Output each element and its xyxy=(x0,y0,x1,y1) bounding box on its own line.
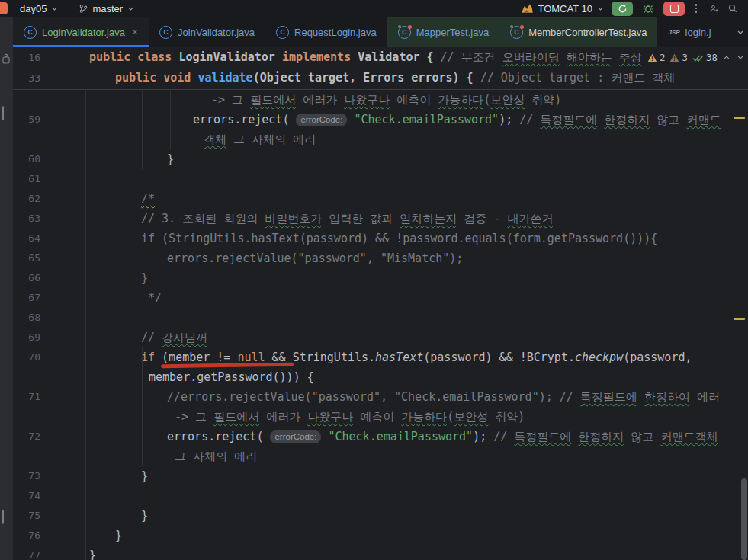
show-hidden-tabs-button[interactable] xyxy=(731,24,748,40)
line-number[interactable]: 70 xyxy=(13,347,40,367)
code-line[interactable]: 59errors.reject( errorCode: "Check.email… xyxy=(13,110,748,130)
code-line[interactable]: 60} xyxy=(13,149,748,169)
code-text: // 강사님꺼 xyxy=(40,328,748,347)
rerun-icon xyxy=(618,4,628,14)
code-line[interactable]: 62/* xyxy=(13,189,748,209)
line-number[interactable]: 61 xyxy=(13,169,40,189)
code-text: public class LoginValidator implements V… xyxy=(40,47,748,68)
branch-widget[interactable]: master xyxy=(74,2,140,16)
code-line-wrap[interactable]: -> 그 필드에서 에러가 나왔구나 예측이 가능하다(보안성 취약) xyxy=(13,407,748,427)
code-line[interactable]: 33public void validate(Object target, Er… xyxy=(13,68,748,88)
line-number[interactable]: 63 xyxy=(13,209,40,229)
chevron-down-icon xyxy=(50,5,59,13)
line-number[interactable]: 64 xyxy=(13,229,40,248)
tab-MemberControllerTest.java[interactable]: CMemberControllerTest.java xyxy=(499,17,657,47)
editor-tabs: CLoginValidator.java×CJoinValidator.java… xyxy=(13,17,748,47)
code-line[interactable]: 67 */ xyxy=(13,288,748,308)
line-number[interactable] xyxy=(13,407,40,427)
line-number[interactable] xyxy=(13,446,40,466)
tab-LoginValidator.java[interactable]: CLoginValidator.java× xyxy=(13,17,149,47)
line-number[interactable]: 59 xyxy=(13,110,40,130)
code-line[interactable]: 69// 강사님꺼 xyxy=(13,328,748,347)
code-line[interactable]: 72errors.reject( errorCode: "Check.email… xyxy=(13,427,748,446)
line-number[interactable]: 72 xyxy=(13,427,40,446)
code-line[interactable]: 16public class LoginValidator implements… xyxy=(13,47,748,68)
next-problem-button[interactable] xyxy=(736,53,745,62)
line-number[interactable]: 76 xyxy=(13,526,40,546)
line-number[interactable]: 71 xyxy=(13,387,40,407)
editor[interactable]: 16public class LoginValidator implements… xyxy=(13,47,748,560)
line-number[interactable]: 67 xyxy=(13,288,40,308)
code-line[interactable]: 64if (StringUtils.hasText(password) && !… xyxy=(13,229,748,248)
line-number[interactable]: 66 xyxy=(13,268,40,288)
scrollbar-warning-mark[interactable] xyxy=(734,318,745,320)
line-number[interactable] xyxy=(13,130,40,149)
test-class-icon: C xyxy=(510,26,523,39)
code-line[interactable]: 68 xyxy=(13,308,748,328)
code-line[interactable]: 76} xyxy=(13,526,748,546)
tab-MapperTest.java[interactable]: CMapperTest.java xyxy=(387,17,499,47)
code-text: if (StringUtils.hasText(password) && !pa… xyxy=(40,229,748,248)
code-text xyxy=(40,308,748,328)
line-number[interactable]: 65 xyxy=(13,248,40,268)
line-number[interactable]: 33 xyxy=(13,68,40,88)
project-widget[interactable]: day05 xyxy=(15,2,63,16)
indent-guide xyxy=(142,347,143,466)
passed-group[interactable]: 38 xyxy=(692,52,718,63)
code-with-me-button[interactable] xyxy=(705,1,724,16)
line-number[interactable] xyxy=(13,90,40,110)
scrollbar-thumb[interactable] xyxy=(741,478,747,560)
more-actions-button[interactable] xyxy=(687,1,705,16)
line-number[interactable]: 68 xyxy=(13,308,40,328)
code-line-wrap[interactable]: 그 자체의 에러 xyxy=(13,446,748,466)
search-everywhere-button[interactable] xyxy=(724,1,742,16)
tab-RequestLogin.java[interactable]: CRequestLogin.java xyxy=(265,17,387,47)
code-line[interactable]: 75} xyxy=(13,506,748,526)
debug-button[interactable] xyxy=(637,2,659,16)
code-text: /* xyxy=(40,189,748,209)
code-line-wrap[interactable]: -> 그 필드에서 에러가 나왔구나 예측이 가능하다(보안성 취약) xyxy=(13,90,748,110)
line-number[interactable]: 73 xyxy=(13,466,40,486)
tab-label: MemberControllerTest.java xyxy=(528,27,647,38)
structure-tool-icon[interactable] xyxy=(2,107,4,120)
prev-problem-button[interactable] xyxy=(722,53,731,62)
code-line[interactable]: 70if (member != null && StringUtils.hasT… xyxy=(13,347,748,367)
tab-login.j[interactable]: JSPlogin.j xyxy=(657,17,721,47)
code-line[interactable]: 63// 3. 조회된 회원의 비밀번호가 입력한 값과 일치하는지 검증 - … xyxy=(13,209,748,229)
code-line[interactable]: 65errors.rejectValue("password", "MisMat… xyxy=(13,248,748,268)
line-number[interactable]: 77 xyxy=(13,546,40,560)
bug-icon xyxy=(643,3,653,14)
line-number[interactable]: 16 xyxy=(13,47,40,68)
rerun-button[interactable] xyxy=(612,2,633,16)
warnings-group[interactable]: 2 xyxy=(647,52,666,63)
commit-tool-icon[interactable] xyxy=(2,53,11,65)
chevron-down-icon xyxy=(127,5,135,13)
ide-logo-icon[interactable] xyxy=(0,2,8,14)
code-line[interactable]: 61 xyxy=(13,169,748,189)
code-line-wrap[interactable]: 객체 그 자체의 에러 xyxy=(13,130,748,149)
line-number[interactable] xyxy=(13,367,40,387)
code-text: */ xyxy=(40,288,748,308)
line-number[interactable]: 62 xyxy=(13,189,40,209)
tab-JoinValidator.java[interactable]: CJoinValidator.java xyxy=(149,17,265,47)
code-line[interactable]: 71//errors.rejectValue("password", "Chec… xyxy=(13,387,748,407)
code-line-wrap[interactable]: member.getPassword())) { xyxy=(13,367,748,387)
line-number[interactable]: 69 xyxy=(13,328,40,347)
code-line[interactable]: 73} xyxy=(13,466,748,486)
code-lines[interactable]: -> 그 필드에서 에러가 나왔구나 예측이 가능하다(보안성 취약)59err… xyxy=(13,90,748,560)
scrollbar-warning-mark[interactable] xyxy=(734,117,745,119)
line-number[interactable]: 75 xyxy=(13,506,40,526)
close-icon[interactable]: × xyxy=(132,27,138,37)
code-text: } xyxy=(40,268,748,288)
code-line[interactable]: 66} xyxy=(13,268,748,288)
stop-button[interactable] xyxy=(663,2,685,16)
line-number[interactable]: 74 xyxy=(13,486,40,506)
java-class-icon: C xyxy=(24,26,37,39)
code-line[interactable]: 77} xyxy=(13,546,748,560)
kebab-icon xyxy=(695,4,698,13)
run-config-widget[interactable]: TOMCAT 10 xyxy=(516,2,609,16)
code-line[interactable]: 74 xyxy=(13,486,748,506)
weak-warnings-group[interactable]: 3 xyxy=(669,52,688,63)
line-number[interactable]: 60 xyxy=(13,149,40,169)
services-tool-icon[interactable] xyxy=(2,510,4,524)
